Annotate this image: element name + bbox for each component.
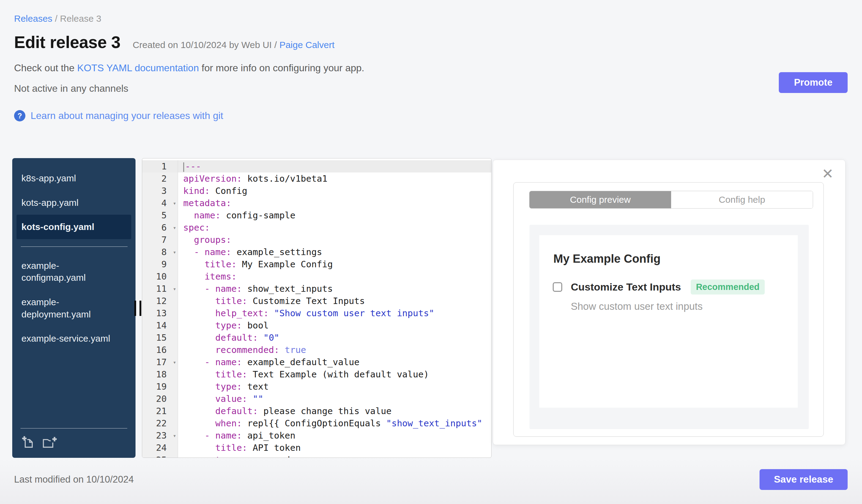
footer-bar: Last modified on 10/10/2024 Save release <box>0 458 862 504</box>
tab-config-help[interactable]: Config help <box>671 191 813 208</box>
fold-arrow-icon[interactable]: ▾ <box>173 356 176 369</box>
page-title: Edit release 3 <box>14 32 120 52</box>
sidebar-file-kots-app-yaml[interactable]: kots-app.yaml <box>16 190 131 215</box>
code-text: recommended: true <box>178 344 491 356</box>
code-text: - name: show_text_inputs <box>178 282 491 295</box>
code-line-7[interactable]: 7 groups: <box>142 234 491 246</box>
code-line-21[interactable]: 21 default: please change this value <box>142 405 491 417</box>
code-text: - name: example_settings <box>178 246 491 258</box>
code-line-3[interactable]: 3kind: Config <box>142 185 491 197</box>
sidebar-file-example-service-yaml[interactable]: example-service.yaml <box>16 326 131 351</box>
code-line-2[interactable]: 2apiVersion: kots.io/v1beta1 <box>142 172 491 185</box>
line-number: 25 <box>142 454 178 458</box>
kots-yaml-docs-link[interactable]: KOTS YAML documentation <box>77 62 199 74</box>
code-line-8[interactable]: 8▾ - name: example_settings <box>142 246 491 258</box>
code-text: title: API token <box>178 442 491 454</box>
code-line-5[interactable]: 5 name: config-sample <box>142 209 491 222</box>
code-line-12[interactable]: 12 title: Customize Text Inputs <box>142 295 491 307</box>
new-file-button[interactable] <box>21 435 35 449</box>
config-tabs: Config previewConfig help <box>529 191 813 209</box>
code-text: metadata: <box>178 197 491 209</box>
documentation-hint: Check out the KOTS YAML documentation fo… <box>14 62 848 74</box>
fold-arrow-icon[interactable]: ▾ <box>173 222 176 234</box>
line-number: 3 <box>142 185 178 197</box>
git-help-row: ? Learn about managing your releases wit… <box>14 110 848 121</box>
code-line-14[interactable]: 14 type: bool <box>142 319 491 332</box>
code-line-13[interactable]: 13 help_text: "Show custom user text inp… <box>142 307 491 319</box>
code-line-24[interactable]: 24 title: API token <box>142 442 491 454</box>
line-number: 19 <box>142 381 178 393</box>
new-folder-icon <box>41 446 57 450</box>
line-number: 18 <box>142 368 178 381</box>
code-line-10[interactable]: 10 items: <box>142 270 491 282</box>
line-number: 23▾ <box>142 429 178 442</box>
last-modified-text: Last modified on 10/10/2024 <box>14 474 134 485</box>
git-releases-link[interactable]: Learn about managing your releases with … <box>30 110 223 121</box>
question-circle-icon[interactable]: ? <box>14 110 25 121</box>
promote-button[interactable]: Promote <box>779 72 848 93</box>
code-line-20[interactable]: 20 value: "" <box>142 393 491 405</box>
config-item-label: Customize Text Inputs <box>571 281 681 293</box>
line-number: 6▾ <box>142 222 178 234</box>
code-text: type: bool <box>178 319 491 332</box>
code-text: spec: <box>178 222 491 234</box>
code-line-9[interactable]: 9 title: My Example Config <box>142 258 491 270</box>
save-release-button[interactable]: Save release <box>759 469 848 490</box>
breadcrumb-separator: / <box>52 13 60 24</box>
code-line-16[interactable]: 16 recommended: true <box>142 344 491 356</box>
file-sidebar: k8s-app.yamlkots-app.yamlkots-config.yam… <box>12 158 135 458</box>
config-item-row: Customize Text Inputs Recommended <box>553 279 798 294</box>
code-line-11[interactable]: 11▾ - name: show_text_inputs <box>142 282 491 295</box>
new-file-icon <box>21 446 35 450</box>
code-text: groups: <box>178 234 491 246</box>
config-preview-area: My Example Config Customize Text Inputs … <box>530 225 809 429</box>
code-text: title: My Example Config <box>178 258 491 270</box>
code-line-25[interactable]: 25 type: password <box>142 454 491 458</box>
code-line-6[interactable]: 6▾spec: <box>142 222 491 234</box>
code-text: - name: example_default_value <box>178 356 491 368</box>
code-line-4[interactable]: 4▾metadata: <box>142 197 491 209</box>
code-text: apiVersion: kots.io/v1beta1 <box>178 172 491 185</box>
code-line-18[interactable]: 18 title: Text Example (with default val… <box>142 368 491 381</box>
line-number: 24 <box>142 442 178 454</box>
line-number: 21 <box>142 405 178 417</box>
code-line-17[interactable]: 17▾ - name: example_default_value <box>142 356 491 368</box>
code-line-23[interactable]: 23▾ - name: api_token <box>142 429 491 442</box>
line-number: 17▾ <box>142 356 178 368</box>
config-form: My Example Config Customize Text Inputs … <box>539 235 798 408</box>
sidebar-resize-handle[interactable] <box>134 301 141 316</box>
fold-arrow-icon[interactable]: ▾ <box>173 197 176 210</box>
code-line-15[interactable]: 15 default: "0" <box>142 332 491 344</box>
customize-text-inputs-checkbox[interactable] <box>553 282 562 292</box>
text-cursor <box>183 162 184 172</box>
code-text: name: config-sample <box>178 209 491 222</box>
close-icon[interactable]: ✕ <box>822 165 834 182</box>
sidebar-file-k8s-app-yaml[interactable]: k8s-app.yaml <box>16 166 131 190</box>
code-line-22[interactable]: 22 when: repl{{ ConfigOptionEquals "show… <box>142 417 491 429</box>
line-number: 7 <box>142 234 178 246</box>
code-text: title: Text Example (with default value) <box>178 368 491 381</box>
line-number: 20 <box>142 393 178 405</box>
sidebar-file-example-deployment-yaml[interactable]: example-deployment.yaml <box>16 290 131 326</box>
line-number: 5 <box>142 209 178 222</box>
file-list: k8s-app.yamlkots-app.yamlkots-config.yam… <box>12 158 135 351</box>
code-line-19[interactable]: 19 type: text <box>142 381 491 393</box>
breadcrumb-releases-link[interactable]: Releases <box>14 13 52 24</box>
author-link[interactable]: Paige Calvert <box>279 40 334 50</box>
channel-status: Not active in any channels <box>14 83 848 94</box>
new-folder-button[interactable] <box>41 435 57 449</box>
line-number: 2 <box>142 172 178 185</box>
yaml-code-editor[interactable]: 1---2apiVersion: kots.io/v1beta13kind: C… <box>142 158 492 458</box>
code-text: value: "" <box>178 393 491 405</box>
code-line-1[interactable]: 1--- <box>142 160 491 172</box>
tab-config-preview[interactable]: Config preview <box>530 191 671 208</box>
sidebar-divider <box>21 247 128 247</box>
fold-arrow-icon[interactable]: ▾ <box>173 283 176 295</box>
sidebar-file-example-configmap-yaml[interactable]: example-configmap.yaml <box>16 253 131 290</box>
line-number: 9 <box>142 258 178 270</box>
fold-arrow-icon[interactable]: ▾ <box>173 430 176 442</box>
sidebar-file-kots-config-yaml[interactable]: kots-config.yaml <box>16 215 131 239</box>
title-row: Edit release 3 Created on 10/10/2024 by … <box>14 32 848 52</box>
release-meta: Created on 10/10/2024 by Web UI / Paige … <box>133 40 335 50</box>
fold-arrow-icon[interactable]: ▾ <box>173 246 176 258</box>
